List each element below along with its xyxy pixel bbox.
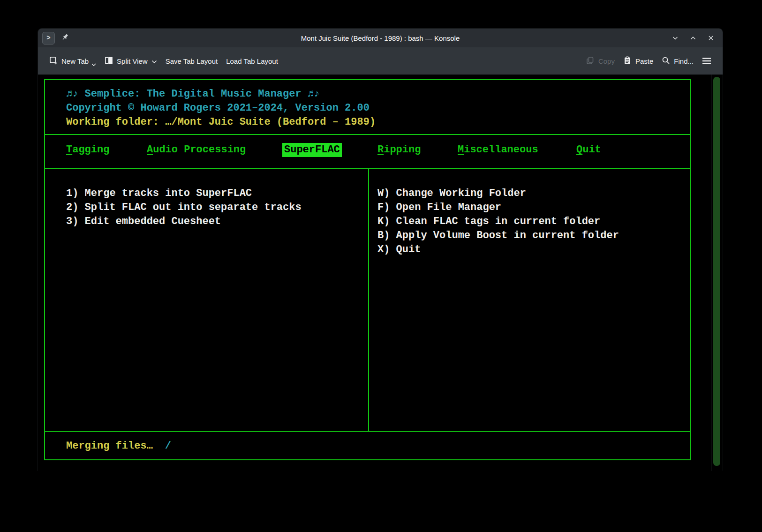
chevron-down-icon: [91, 60, 96, 68]
tui-menu-ripping[interactable]: Ripping: [377, 143, 421, 157]
copyright-line: Copyright © Howard Rogers 2021–2024, Ver…: [66, 101, 690, 115]
status-spinner: /: [165, 440, 171, 452]
hamburger-menu-icon[interactable]: [698, 54, 716, 67]
window-title: Mont Juic Suite (Bedford - 1989) : bash …: [38, 34, 723, 42]
close-icon[interactable]: [707, 34, 715, 42]
save-tab-layout-button[interactable]: Save Tab Layout: [161, 54, 222, 68]
tui-status-box: Merging files…/: [44, 431, 691, 460]
minimize-icon[interactable]: [671, 34, 679, 42]
terminal-screen[interactable]: ♬♪ Semplice: The Digital Music Manager ♬…: [38, 75, 723, 471]
tui-menu-quit[interactable]: Quit: [576, 143, 601, 157]
scrollbar-track[interactable]: [711, 75, 723, 471]
search-icon: [662, 56, 670, 66]
tui-menu-audio-processing[interactable]: Audio Processing: [147, 143, 246, 157]
tui-right-panel-list: W) Change Working FolderF) Open File Man…: [377, 187, 619, 257]
maximize-icon[interactable]: [689, 34, 697, 42]
tui-left-panel-list: 1) Merge tracks into SuperFLAC2) Split F…: [66, 187, 302, 229]
split-view-label: Split View: [117, 57, 148, 65]
paste-button[interactable]: Paste: [619, 53, 657, 69]
tui-option[interactable]: B) Apply Volume Boost in current folder: [377, 229, 619, 243]
load-tab-layout-button[interactable]: Load Tab Layout: [222, 54, 282, 68]
working-folder-line: Working folder: …/Mont Juic Suite (Bedfo…: [66, 115, 690, 129]
save-tab-layout-label: Save Tab Layout: [166, 57, 218, 65]
chevron-down-icon: [151, 57, 157, 65]
copy-button[interactable]: Copy: [582, 53, 619, 69]
titlebar[interactable]: > Mont Juic Suite (Bedford - 1989) : bas…: [38, 29, 723, 47]
tui-option[interactable]: 1) Merge tracks into SuperFLAC: [66, 187, 302, 201]
tui-option[interactable]: 3) Edit embedded Cuesheet: [66, 215, 302, 229]
pin-icon[interactable]: [61, 33, 69, 43]
load-tab-layout-label: Load Tab Layout: [226, 57, 278, 65]
konsole-window: > Mont Juic Suite (Bedford - 1989) : bas…: [38, 28, 723, 471]
paste-icon: [623, 56, 632, 66]
new-tab-icon: [49, 56, 58, 66]
tui-panels-box: 1) Merge tracks into SuperFLAC2) Split F…: [44, 168, 691, 432]
new-tab-label: New Tab: [61, 57, 89, 65]
tui-option[interactable]: 2) Split FLAC out into separate tracks: [66, 201, 302, 215]
paste-label: Paste: [635, 57, 653, 65]
find-button[interactable]: Find...: [657, 53, 698, 69]
tui-option[interactable]: F) Open File Manager: [377, 201, 619, 215]
tui-menu-miscellaneous[interactable]: Miscellaneous: [458, 143, 538, 157]
split-view-icon: [105, 56, 113, 66]
app-title: ♬♪ Semplice: The Digital Music Manager ♬…: [66, 87, 690, 101]
find-label: Find...: [674, 57, 694, 65]
tui-option[interactable]: W) Change Working Folder: [377, 187, 619, 201]
status-message: Merging files…: [66, 440, 153, 452]
konsole-app-icon[interactable]: >: [42, 32, 55, 45]
panel-divider: [368, 169, 369, 431]
split-view-button[interactable]: Split View: [100, 53, 161, 69]
scrollbar-thumb[interactable]: [713, 77, 720, 466]
new-tab-button[interactable]: New Tab: [45, 52, 100, 71]
copy-label: Copy: [598, 57, 615, 65]
tui-menu-superflac[interactable]: SuperFLAC: [282, 143, 342, 157]
tui-option[interactable]: K) Clean FLAC tags in current folder: [377, 215, 619, 229]
tui-header-box: ♬♪ Semplice: The Digital Music Manager ♬…: [44, 79, 691, 135]
tui-menu-tagging[interactable]: Tagging: [66, 143, 109, 157]
tui-option[interactable]: X) Quit: [377, 243, 619, 257]
tui-menu-bar: TaggingAudio ProcessingSuperFLACRippingM…: [44, 134, 691, 169]
copy-icon: [586, 56, 595, 66]
toolbar: New Tab Split View Save Tab Layout Load …: [38, 47, 723, 75]
